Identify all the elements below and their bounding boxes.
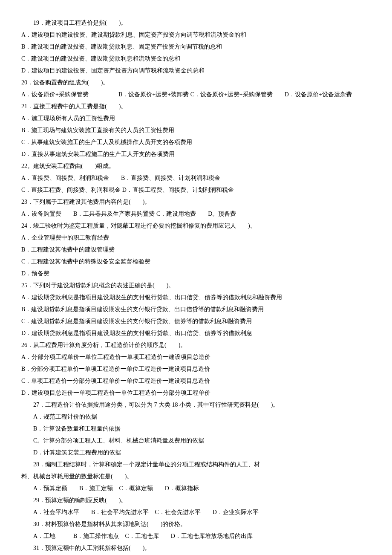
- text-line: B．分部分项工程单价一单项工程造价一单位工程造价一建设项目总造价: [21, 363, 371, 375]
- text-line: 27．工程造价计价依据按用途分类，可以分为 7 大类 18 小类，其中可行性研究…: [21, 399, 371, 411]
- text-line: D．预备费: [21, 268, 371, 280]
- text-line: A．建设项目的建设投资、建设期贷款利息、固定资产投资方向调节税和流动资金的和: [21, 29, 371, 41]
- text-line: A．建设期贷款利息是指项目建设期发生的支付银行贷款、出口信贷、债券等的借款利息和…: [21, 292, 371, 304]
- text-line: C．工程建设其他费中的特殊设备安全监督检验费: [21, 256, 371, 268]
- text-line: 29．预算定额的编制应反映( )。: [21, 494, 371, 506]
- text-line: 30．材料预算价格是指材料从其来源地到达( )的价格。: [21, 518, 371, 530]
- text-line: A．规范工程计价的依据: [21, 411, 371, 423]
- text-line: C．直接工程费、间接费、利润和税金 D．直接工程费、间接费、计划利润和税金: [21, 184, 371, 196]
- text-line: D．建设期贷款利息是指项目建设期发生的支付银行贷款、出口信贷、债券等的借款利息: [21, 327, 371, 339]
- text-line: C．建设期贷款利息是指项目建设期发生的支付银行贷款、债券等的借款利息和融资费用: [21, 315, 371, 327]
- text-line: C．从事建筑安装施工的生产工人及机械操作人员开支的各项费用: [21, 136, 371, 148]
- text-line: 22。建筑安装工程费由( )组成。: [21, 160, 371, 172]
- text-line: A．工地 B．施工操作地点 C．工地仓库 D．工地仓库堆放场地后的出库: [21, 530, 371, 542]
- text-line: A．企业管理费中的职工教育经费: [21, 232, 371, 244]
- text-line: C。计算分部分项工程人工、材料、机械台班消耗量及费用的依据: [21, 435, 371, 447]
- text-line: A．社会平均水平 B．社会平均先进水平 C．社会先进水平 D．企业实际水平: [21, 506, 371, 518]
- text-line: D．建设项目的建设投资、固定资产投资方向调节税和流动资金的总和: [21, 65, 371, 77]
- text-line: 23．下列属于工程建设其他费用内容的是( )。: [21, 196, 371, 208]
- document-content: 19．建设项目工程造价是指( )。A．建设项目的建设投资、建设期贷款利息、固定资…: [21, 17, 371, 555]
- text-line: B．计算设备数量和工程量的依据: [21, 423, 371, 435]
- text-line: A．分部分项工程单价一单位工程造价一单项工程造价一建设项目总造价: [21, 351, 371, 363]
- text-line: A．设备购置费 B．工具器具及生产家具购置费 C．建设用地费 D。预备费: [21, 208, 371, 220]
- text-line: 19．建设项目工程造价是指( )。: [21, 17, 371, 29]
- text-line: A．施工现场所有人员的工资性费用: [21, 113, 371, 124]
- text-line: 26．从工程费用计算角度分析，工程造价计价的顺序是( )。: [21, 339, 371, 351]
- text-line: 24．竣工验收时为鉴定工程质量，对隐蔽工程进行必要的挖掘和修复的费用应记人 )。: [21, 220, 371, 232]
- text-line: A．直接费、间接费、利润和税金 B．直接费、间接费、计划利润和税金: [21, 172, 371, 184]
- text-line: 料、机械台班耗用量的数量标准是( )。: [21, 471, 371, 483]
- text-line: 31．预算定额中的人工消耗指标包括( )。: [21, 542, 371, 554]
- text-line: B．工程建设其他费中的建设管理费: [21, 244, 371, 256]
- text-line: D．直接从事建筑安装工程施工的生产工人开支的各项费用: [21, 148, 371, 160]
- text-line: 20．设备购置费的组成为( )。: [21, 77, 371, 89]
- text-line: D．建设项目总造价一单项工程造价一单位工程造价一分部分项工程单价: [21, 387, 371, 399]
- text-line: B．建设项目的建设投资、建设期贷款利息、固定资产投资方向调节税的总和: [21, 41, 371, 53]
- text-line: B．建设期贷款利息是指项目建设期发生的支付银行贷款、出口信贷等的借款利息和融资费…: [21, 304, 371, 315]
- text-line: 28．编制工程结算时，计算和确定一个规定计量单位的分项工程或结构构件的人工、材: [21, 459, 371, 471]
- text-line: 25．下列对于建设期贷款利息概念的表述正确的是( )。: [21, 280, 371, 292]
- text-line: 21．直接工程费中的人工费是指( )。: [21, 101, 371, 113]
- text-line: C．建设项目的建设投资、建设期贷款利息和流动资金的总和: [21, 53, 371, 65]
- text-line: A．预算定额 B．施工定额 C．概算定额 D．概算指标: [21, 483, 371, 494]
- text-line: B．施工现场与建筑安装施工直接有关的人员的工资性费用: [21, 124, 371, 136]
- text-line: C．单项工程造价一分部分项工程单价一单位工程造价一建设项目总造价: [21, 375, 371, 387]
- text-line: A．设备原价+采购保管费 B．设备原价+运费+装卸费 C．设备原价+运费+采购保…: [21, 89, 371, 101]
- text-line: D．计算建筑安装工程费用的依据: [21, 447, 371, 459]
